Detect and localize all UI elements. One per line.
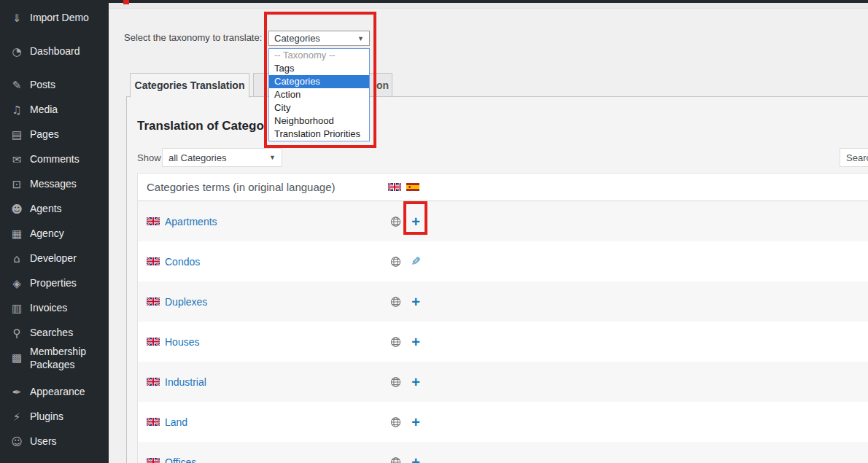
comments-bubble-icon: ✉	[9, 155, 25, 166]
globe-icon	[390, 336, 401, 347]
page-title: Translation of Categories	[137, 119, 266, 133]
table-row: Offices +	[138, 442, 868, 463]
dropdown-option[interactable]: Neighborhood	[269, 114, 369, 128]
pages-icon: ▤	[9, 130, 25, 141]
table-row: Industrial +	[138, 362, 868, 402]
uk-flag	[147, 297, 160, 306]
show-filter-label: Show	[137, 152, 161, 163]
sidebar-item-dashboard[interactable]: ◔ Dashboard	[0, 39, 109, 64]
sidebar-item-developer[interactable]: ⌂ Developer	[0, 246, 109, 271]
term-link[interactable]: Offices	[165, 456, 196, 463]
sidebar-item-agency[interactable]: ▦ Agency	[0, 222, 109, 246]
show-filter-value: all Categories	[168, 152, 269, 163]
uk-flag	[388, 183, 401, 191]
term-link[interactable]: Industrial	[165, 376, 206, 388]
globe-icon	[390, 216, 401, 227]
sidebar-item-import-demo[interactable]: ⇓ Import Demo	[0, 6, 109, 31]
search-icon: ⚲	[9, 328, 25, 339]
taxonomy-select-value: Categories	[274, 33, 357, 44]
taxonomy-select[interactable]: Categories ▼	[268, 31, 370, 46]
dropdown-option[interactable]: Tags	[269, 62, 369, 75]
add-translation-icon[interactable]: +	[408, 375, 423, 389]
globe-icon	[390, 256, 401, 267]
globe-icon	[390, 296, 401, 307]
add-translation-icon[interactable]: +	[408, 335, 423, 349]
globe-icon	[390, 376, 401, 387]
add-translation-icon[interactable]: +	[408, 415, 423, 429]
add-translation-icon[interactable]: +	[408, 295, 423, 309]
table-row: Duplexes +	[138, 281, 868, 322]
globe-icon	[390, 376, 401, 387]
table-row: Apartments +	[138, 201, 868, 241]
sidebar-item-searches[interactable]: ⚲ Searches	[0, 321, 109, 346]
uk-flag	[147, 458, 160, 463]
table-row: Houses +	[138, 322, 868, 362]
uk-flag	[147, 378, 160, 386]
spain-flag	[406, 183, 419, 191]
search-input[interactable]	[840, 148, 868, 167]
edit-translation-icon[interactable]: ✎	[408, 256, 423, 268]
sidebar-item-invoices[interactable]: ▥ Invoices	[0, 296, 109, 321]
taxonomy-dropdown-list: -- Taxonomy --TagsCategoriesActionCityNe…	[268, 48, 370, 141]
sidebar-item-messages[interactable]: ⊡ Messages	[0, 172, 109, 197]
sidebar-item-appearance[interactable]: ✒ Appearance	[0, 380, 109, 405]
show-filter-select[interactable]: all Categories ▼	[162, 148, 282, 167]
globe-icon	[390, 336, 401, 347]
media-icon: ♫	[9, 105, 25, 116]
uk-flag	[147, 418, 160, 426]
sidebar-item-comments[interactable]: ✉ Comments	[0, 147, 109, 172]
chevron-down-icon: ▼	[269, 154, 276, 161]
term-link[interactable]: Condos	[165, 256, 200, 268]
sidebar-item-properties[interactable]: ◈ Properties	[0, 271, 109, 296]
add-translation-icon[interactable]: +	[408, 214, 423, 229]
dropdown-option[interactable]: -- Taxonomy --	[269, 49, 369, 62]
globe-icon	[390, 216, 401, 227]
globe-icon	[390, 296, 401, 307]
chevron-down-icon: ▼	[357, 35, 364, 42]
users-icon: ☺	[9, 437, 25, 448]
dropdown-option[interactable]: Categories	[269, 75, 369, 88]
globe-icon	[390, 256, 401, 267]
taxonomy-select-label: Select the taxonomy to translate:	[124, 32, 262, 43]
red-annotation-fragment	[123, 0, 129, 4]
sidebar-item-posts[interactable]: ✎ Posts	[0, 73, 109, 98]
sidebar-item-membership-packages[interactable]: ▩ Membership Packages	[0, 346, 109, 371]
language-flag-columns	[388, 174, 419, 201]
membership-calendar-icon: ▩	[9, 353, 25, 364]
uk-flag	[147, 338, 160, 346]
uk-flag	[147, 217, 160, 225]
term-link[interactable]: Duplexes	[165, 296, 207, 308]
top-bar-shadow	[109, 3, 868, 9]
posts-pin-icon: ✎	[9, 80, 25, 91]
dropdown-option[interactable]: Action	[269, 88, 369, 101]
table-header-label: Categories terms (in original language)	[147, 181, 335, 193]
agency-building-icon: ▦	[9, 229, 25, 240]
globe-icon	[390, 416, 401, 427]
sidebar-item-pages[interactable]: ▤ Pages	[0, 122, 109, 147]
sidebar-item-users[interactable]: ☺ Users	[0, 429, 109, 454]
sidebar-item-plugins[interactable]: ⚡ Plugins	[0, 405, 109, 429]
globe-icon	[390, 456, 401, 463]
table-row: Condos ✎	[138, 241, 868, 281]
developer-house-icon: ⌂	[9, 254, 25, 265]
term-link[interactable]: Land	[165, 416, 187, 428]
sidebar-item-media[interactable]: ♫ Media	[0, 98, 109, 122]
add-translation-icon[interactable]: +	[408, 455, 423, 463]
invoices-icon: ▥	[9, 303, 25, 314]
sidebar-item-agents[interactable]: ☻ Agents	[0, 197, 109, 222]
globe-icon	[390, 456, 401, 463]
messages-inbox-icon: ⊡	[9, 179, 25, 190]
plugins-plug-icon: ⚡	[9, 412, 25, 423]
dashboard-icon: ◔	[9, 47, 25, 58]
dropdown-option[interactable]: Translation Priorities	[269, 128, 369, 141]
wpml-taxonomy-translation-page: ⇓ Import Demo ◔ Dashboard ✎ Posts ♫ Medi…	[0, 0, 868, 463]
uk-flag	[147, 257, 160, 265]
download-icon: ⇓	[9, 13, 25, 24]
terms-table: Categories terms (in original language) …	[137, 173, 868, 463]
dropdown-option[interactable]: City	[269, 101, 369, 114]
term-link[interactable]: Houses	[165, 336, 199, 348]
appearance-brush-icon: ✒	[9, 387, 25, 398]
table-row: Land +	[138, 402, 868, 442]
term-link[interactable]: Apartments	[165, 216, 217, 227]
tab-categories-translation[interactable]: Categories Translation	[130, 73, 249, 98]
